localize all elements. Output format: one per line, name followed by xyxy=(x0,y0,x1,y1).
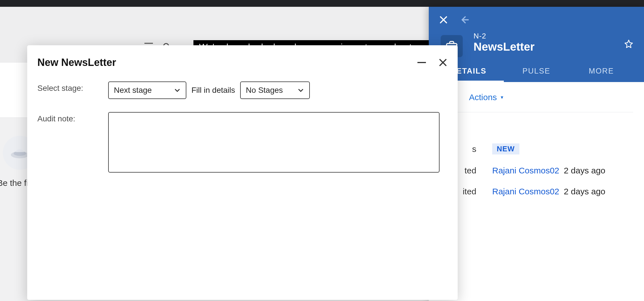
details-side-panel: N-2 NewsLetter ETAILS PULSE MORE it Acti… xyxy=(429,7,644,301)
back-icon[interactable] xyxy=(460,15,469,24)
created-user[interactable]: Rajani Cosmos02 xyxy=(492,166,559,175)
audit-note-input[interactable] xyxy=(108,112,440,173)
record-id: N-2 xyxy=(474,32,634,40)
next-stage-value: Next stage xyxy=(114,86,152,95)
audit-note-label: Audit note: xyxy=(37,112,108,123)
caret-down-icon: ▾ xyxy=(501,94,503,100)
row-updated: ited Rajani Cosmos02 2 days ago xyxy=(440,187,633,196)
row-select-stage: Select stage: Next stage Fill in details… xyxy=(37,81,447,99)
actions-label: Actions xyxy=(469,93,497,102)
minimize-icon[interactable] xyxy=(417,62,426,63)
row-status: s NEW xyxy=(440,143,633,154)
row-created: ted Rajani Cosmos02 2 days ago xyxy=(440,166,633,175)
no-stages-select[interactable]: No Stages xyxy=(240,81,310,99)
created-time: 2 days ago xyxy=(564,166,605,175)
close-panel-icon[interactable] xyxy=(439,15,448,24)
side-panel-body: it Actions ▾ ity s NEW ted Rajani Cosmos… xyxy=(429,82,644,204)
fill-in-details-label: Fill in details xyxy=(191,86,235,95)
chevron-down-icon xyxy=(297,87,304,94)
actions-row: it Actions ▾ xyxy=(440,90,633,112)
updated-user[interactable]: Rajani Cosmos02 xyxy=(492,187,559,196)
actions-menu[interactable]: Actions ▾ xyxy=(469,93,503,102)
top-strip xyxy=(0,0,644,7)
modal-title: New NewsLetter xyxy=(37,57,116,68)
empty-state-text: Be the fir xyxy=(0,178,31,188)
chevron-down-icon xyxy=(174,87,181,94)
side-panel-header: N-2 NewsLetter ETAILS PULSE MORE xyxy=(429,7,644,82)
select-stage-label: Select stage: xyxy=(37,81,108,93)
section-heading-partial: ity xyxy=(440,122,633,132)
next-stage-select[interactable]: Next stage xyxy=(108,81,186,99)
no-stages-value: No Stages xyxy=(246,86,283,95)
status-badge: NEW xyxy=(492,143,519,154)
tab-pulse[interactable]: PULSE xyxy=(504,62,569,82)
new-newsletter-modal: New NewsLetter Select stage: Next stage … xyxy=(27,45,458,300)
record-title: NewsLetter xyxy=(474,40,634,53)
modal-header: New NewsLetter xyxy=(37,57,447,68)
side-panel-tabs: ETAILS PULSE MORE xyxy=(439,62,634,82)
tab-more[interactable]: MORE xyxy=(569,62,634,82)
close-icon[interactable] xyxy=(438,58,447,67)
updated-time: 2 days ago xyxy=(564,187,605,196)
row-audit-note: Audit note: xyxy=(37,112,447,173)
star-icon[interactable] xyxy=(624,39,633,48)
